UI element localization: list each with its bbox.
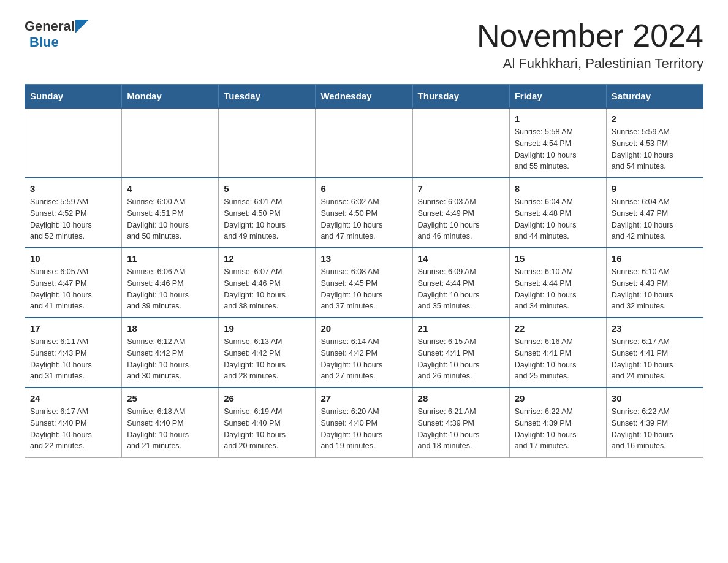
day-info: Sunrise: 6:08 AM Sunset: 4:45 PM Dayligh…	[320, 266, 407, 312]
day-info: Sunrise: 5:58 AM Sunset: 4:54 PM Dayligh…	[515, 126, 601, 172]
week-row-1: 1Sunrise: 5:58 AM Sunset: 4:54 PM Daylig…	[25, 108, 703, 178]
weekday-header-wednesday: Wednesday	[316, 85, 412, 109]
day-cell: 26Sunrise: 6:19 AM Sunset: 4:40 PM Dayli…	[219, 388, 316, 458]
day-cell: 23Sunrise: 6:17 AM Sunset: 4:41 PM Dayli…	[606, 318, 703, 388]
weekday-header-monday: Monday	[122, 85, 219, 109]
day-info: Sunrise: 6:21 AM Sunset: 4:39 PM Dayligh…	[418, 406, 504, 452]
week-row-2: 3Sunrise: 5:59 AM Sunset: 4:52 PM Daylig…	[25, 178, 703, 248]
weekday-header-friday: Friday	[509, 85, 606, 109]
day-info: Sunrise: 6:20 AM Sunset: 4:40 PM Dayligh…	[320, 406, 407, 452]
weekday-header-tuesday: Tuesday	[219, 85, 316, 109]
day-number: 18	[127, 323, 213, 334]
day-cell	[412, 108, 509, 178]
logo: General Blue	[25, 18, 89, 50]
day-number: 28	[418, 393, 504, 404]
day-cell: 21Sunrise: 6:15 AM Sunset: 4:41 PM Dayli…	[412, 318, 509, 388]
day-number: 7	[418, 183, 504, 194]
weekday-header-sunday: Sunday	[25, 85, 122, 109]
page-header: General Blue November 2024 Al Fukhkhari,…	[25, 18, 703, 72]
day-cell: 6Sunrise: 6:02 AM Sunset: 4:50 PM Daylig…	[316, 178, 412, 248]
weekday-header-thursday: Thursday	[412, 85, 509, 109]
day-cell: 10Sunrise: 6:05 AM Sunset: 4:47 PM Dayli…	[25, 248, 122, 318]
week-row-5: 24Sunrise: 6:17 AM Sunset: 4:40 PM Dayli…	[25, 388, 703, 458]
day-number: 1	[515, 113, 601, 124]
weekday-header-row: SundayMondayTuesdayWednesdayThursdayFrid…	[25, 85, 703, 109]
day-number: 15	[515, 253, 601, 264]
day-number: 3	[30, 183, 116, 194]
day-cell: 15Sunrise: 6:10 AM Sunset: 4:44 PM Dayli…	[509, 248, 606, 318]
week-row-3: 10Sunrise: 6:05 AM Sunset: 4:47 PM Dayli…	[25, 248, 703, 318]
location-title: Al Fukhkhari, Palestinian Territory	[477, 56, 703, 72]
day-info: Sunrise: 6:10 AM Sunset: 4:44 PM Dayligh…	[515, 266, 601, 312]
week-row-4: 17Sunrise: 6:11 AM Sunset: 4:43 PM Dayli…	[25, 318, 703, 388]
day-info: Sunrise: 6:07 AM Sunset: 4:46 PM Dayligh…	[224, 266, 310, 312]
day-cell: 16Sunrise: 6:10 AM Sunset: 4:43 PM Dayli…	[606, 248, 703, 318]
day-number: 5	[224, 183, 310, 194]
day-info: Sunrise: 6:12 AM Sunset: 4:42 PM Dayligh…	[127, 336, 213, 382]
day-cell: 14Sunrise: 6:09 AM Sunset: 4:44 PM Dayli…	[412, 248, 509, 318]
day-info: Sunrise: 6:18 AM Sunset: 4:40 PM Dayligh…	[127, 406, 213, 452]
day-info: Sunrise: 6:05 AM Sunset: 4:47 PM Dayligh…	[30, 266, 116, 312]
day-cell	[122, 108, 219, 178]
day-number: 24	[30, 393, 116, 404]
day-number: 16	[612, 253, 698, 264]
day-cell: 22Sunrise: 6:16 AM Sunset: 4:41 PM Dayli…	[509, 318, 606, 388]
weekday-header-saturday: Saturday	[606, 85, 703, 109]
day-cell: 1Sunrise: 5:58 AM Sunset: 4:54 PM Daylig…	[509, 108, 606, 178]
day-number: 14	[418, 253, 504, 264]
day-info: Sunrise: 6:22 AM Sunset: 4:39 PM Dayligh…	[515, 406, 601, 452]
day-info: Sunrise: 6:04 AM Sunset: 4:47 PM Dayligh…	[612, 196, 698, 242]
day-info: Sunrise: 6:00 AM Sunset: 4:51 PM Dayligh…	[127, 196, 213, 242]
day-number: 10	[30, 253, 116, 264]
day-info: Sunrise: 6:17 AM Sunset: 4:40 PM Dayligh…	[30, 406, 116, 452]
day-number: 22	[515, 323, 601, 334]
day-info: Sunrise: 6:22 AM Sunset: 4:39 PM Dayligh…	[612, 406, 698, 452]
day-number: 8	[515, 183, 601, 194]
day-info: Sunrise: 6:06 AM Sunset: 4:46 PM Dayligh…	[127, 266, 213, 312]
day-number: 21	[418, 323, 504, 334]
day-cell: 19Sunrise: 6:13 AM Sunset: 4:42 PM Dayli…	[219, 318, 316, 388]
day-info: Sunrise: 6:17 AM Sunset: 4:41 PM Dayligh…	[612, 336, 698, 382]
day-number: 12	[224, 253, 310, 264]
logo-general-text: General	[25, 18, 75, 34]
day-info: Sunrise: 6:19 AM Sunset: 4:40 PM Dayligh…	[224, 406, 310, 452]
day-cell	[219, 108, 316, 178]
calendar-table: SundayMondayTuesdayWednesdayThursdayFrid…	[25, 84, 703, 458]
day-cell: 25Sunrise: 6:18 AM Sunset: 4:40 PM Dayli…	[122, 388, 219, 458]
day-cell: 7Sunrise: 6:03 AM Sunset: 4:49 PM Daylig…	[412, 178, 509, 248]
day-cell: 28Sunrise: 6:21 AM Sunset: 4:39 PM Dayli…	[412, 388, 509, 458]
day-info: Sunrise: 6:09 AM Sunset: 4:44 PM Dayligh…	[418, 266, 504, 312]
day-cell: 13Sunrise: 6:08 AM Sunset: 4:45 PM Dayli…	[316, 248, 412, 318]
day-info: Sunrise: 6:13 AM Sunset: 4:42 PM Dayligh…	[224, 336, 310, 382]
day-cell: 12Sunrise: 6:07 AM Sunset: 4:46 PM Dayli…	[219, 248, 316, 318]
month-title: November 2024	[477, 18, 703, 53]
day-number: 20	[320, 323, 407, 334]
day-number: 13	[320, 253, 407, 264]
day-cell: 18Sunrise: 6:12 AM Sunset: 4:42 PM Dayli…	[122, 318, 219, 388]
day-number: 30	[612, 393, 698, 404]
day-number: 27	[320, 393, 407, 404]
day-number: 6	[320, 183, 407, 194]
day-cell: 3Sunrise: 5:59 AM Sunset: 4:52 PM Daylig…	[25, 178, 122, 248]
day-number: 25	[127, 393, 213, 404]
day-number: 26	[224, 393, 310, 404]
day-cell: 9Sunrise: 6:04 AM Sunset: 4:47 PM Daylig…	[606, 178, 703, 248]
day-cell: 27Sunrise: 6:20 AM Sunset: 4:40 PM Dayli…	[316, 388, 412, 458]
day-info: Sunrise: 6:16 AM Sunset: 4:41 PM Dayligh…	[515, 336, 601, 382]
day-info: Sunrise: 6:14 AM Sunset: 4:42 PM Dayligh…	[320, 336, 407, 382]
day-info: Sunrise: 6:15 AM Sunset: 4:41 PM Dayligh…	[418, 336, 504, 382]
day-info: Sunrise: 6:01 AM Sunset: 4:50 PM Dayligh…	[224, 196, 310, 242]
day-cell: 5Sunrise: 6:01 AM Sunset: 4:50 PM Daylig…	[219, 178, 316, 248]
day-number: 19	[224, 323, 310, 334]
logo-icon	[75, 20, 89, 33]
day-info: Sunrise: 6:03 AM Sunset: 4:49 PM Dayligh…	[418, 196, 504, 242]
day-cell: 17Sunrise: 6:11 AM Sunset: 4:43 PM Dayli…	[25, 318, 122, 388]
day-number: 11	[127, 253, 213, 264]
day-number: 2	[612, 113, 698, 124]
svg-marker-0	[75, 20, 89, 33]
day-cell: 30Sunrise: 6:22 AM Sunset: 4:39 PM Dayli…	[606, 388, 703, 458]
day-info: Sunrise: 6:11 AM Sunset: 4:43 PM Dayligh…	[30, 336, 116, 382]
day-cell: 24Sunrise: 6:17 AM Sunset: 4:40 PM Dayli…	[25, 388, 122, 458]
day-info: Sunrise: 6:10 AM Sunset: 4:43 PM Dayligh…	[612, 266, 698, 312]
day-number: 4	[127, 183, 213, 194]
